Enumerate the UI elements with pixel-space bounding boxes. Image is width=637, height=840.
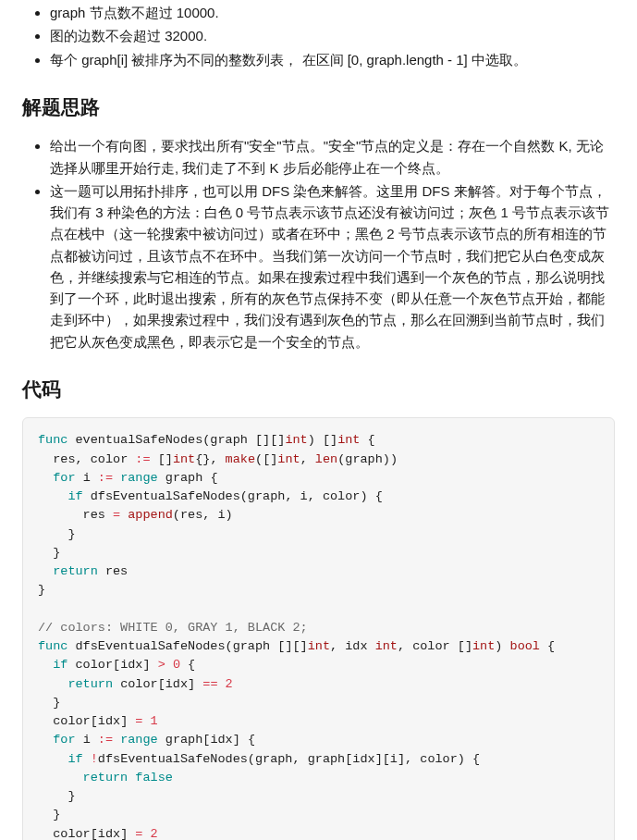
type-int: int: [308, 639, 330, 653]
var: i: [83, 733, 91, 747]
type-int: int: [375, 639, 398, 653]
comma: ,: [285, 489, 292, 503]
heading-code: 代码: [22, 375, 615, 405]
type-int: int: [173, 452, 195, 466]
paren-close: ): [458, 752, 465, 766]
paren-close: ): [390, 452, 398, 466]
brace-close: }: [67, 789, 75, 803]
op-gt: >: [158, 658, 165, 672]
paren-close: ): [383, 452, 390, 466]
list-item: 图的边数不会超过 32000.: [50, 25, 615, 46]
brackets: []: [158, 452, 173, 466]
op-eq: =: [135, 827, 142, 840]
brace-open: {: [472, 752, 480, 766]
var: idx: [165, 677, 188, 691]
op-decl: :=: [135, 452, 150, 466]
brack-close: ]: [398, 752, 405, 766]
kw-for: for: [53, 471, 75, 485]
type-bool: bool: [510, 639, 540, 653]
var: graph: [165, 733, 203, 747]
kw-return: return: [53, 564, 98, 578]
brace-close: }: [67, 527, 75, 541]
type-int: int: [277, 452, 300, 466]
brace-open: {: [547, 639, 555, 653]
lit: 2: [226, 677, 233, 691]
op-eq: =: [113, 508, 120, 522]
brack-close: ]: [142, 658, 150, 672]
brace-open: {: [375, 489, 383, 503]
type-int: int: [472, 639, 495, 653]
op-decl: :=: [98, 471, 113, 485]
fn-len: len: [315, 452, 337, 466]
approach-list: 给出一个有向图，要求找出所有"安全"节点。"安全"节点的定义是：存在一个自然数 …: [22, 135, 615, 352]
paren-close: ): [495, 639, 502, 653]
brackets: []: [323, 433, 337, 447]
comma: ,: [202, 508, 210, 522]
var: color: [120, 677, 158, 691]
heading-approach: 解题思路: [22, 93, 615, 123]
var: i: [218, 508, 226, 522]
empty-braces: {}: [195, 452, 210, 466]
fn-name: eventualSafeNodes: [76, 433, 203, 447]
var: res: [105, 564, 128, 578]
op-eqeq: ==: [202, 677, 217, 691]
brace-open: {: [210, 471, 217, 485]
var: color: [420, 752, 458, 766]
kw-if: if: [67, 489, 82, 503]
comma: ,: [308, 489, 315, 503]
param: graph: [233, 639, 271, 653]
comma: ,: [300, 452, 308, 466]
op-decl: :=: [98, 733, 113, 747]
var: color: [76, 658, 114, 672]
comma: ,: [210, 452, 217, 466]
lit: 0: [173, 658, 180, 672]
paren-close: ): [226, 508, 233, 522]
param: graph: [210, 433, 248, 447]
list-item: 给出一个有向图，要求找出所有"安全"节点。"安全"节点的定义是：存在一个自然数 …: [50, 135, 615, 179]
brack-open: [: [113, 658, 120, 672]
var: color: [323, 489, 361, 503]
list-item: 这一题可以用拓扑排序，也可以用 DFS 染色来解答。这里用 DFS 来解答。对于…: [50, 180, 615, 352]
brack-close: ]: [188, 677, 195, 691]
var: res: [83, 508, 105, 522]
var: res: [180, 508, 202, 522]
var: graph: [248, 489, 286, 503]
var: i: [390, 752, 398, 766]
kw-range: range: [120, 471, 158, 485]
var: idx: [352, 752, 374, 766]
brace-close: }: [53, 696, 60, 710]
brace-open: {: [368, 433, 375, 447]
brack-open: [: [158, 677, 165, 691]
type-int: int: [285, 433, 307, 447]
var: i: [300, 489, 308, 503]
kw-range: range: [120, 733, 158, 747]
param: idx: [345, 639, 367, 653]
paren-close: ): [360, 489, 367, 503]
brackets: []: [263, 452, 277, 466]
paren-open: (: [240, 489, 248, 503]
brack-close: ]: [375, 752, 383, 766]
var: i: [83, 471, 91, 485]
var: idx: [98, 714, 120, 728]
brack-close: ]: [120, 827, 128, 840]
kw-func: func: [38, 639, 67, 653]
brack-open: [: [91, 827, 98, 840]
var: color: [91, 452, 129, 466]
fn-append: append: [128, 508, 173, 522]
comma: ,: [330, 639, 337, 653]
op-eq: =: [135, 714, 142, 728]
list-item: graph 节点数不超过 10000.: [50, 2, 615, 23]
code-block: func eventualSafeNodes(graph [][]int) []…: [22, 417, 615, 840]
brack-close: ]: [233, 733, 240, 747]
fn-call: dfsEventualSafeNodes: [91, 489, 240, 503]
comma: ,: [398, 639, 405, 653]
var: color: [53, 714, 91, 728]
comment: // colors: WHITE 0, GRAY 1, BLACK 2;: [38, 621, 308, 635]
kw-return: return: [67, 677, 113, 691]
type-int: int: [337, 433, 360, 447]
brackets: []: [458, 639, 472, 653]
paren-open: (: [248, 752, 255, 766]
var: graph: [255, 752, 293, 766]
brackets: [][]: [277, 639, 307, 653]
brace-close: }: [38, 583, 45, 597]
